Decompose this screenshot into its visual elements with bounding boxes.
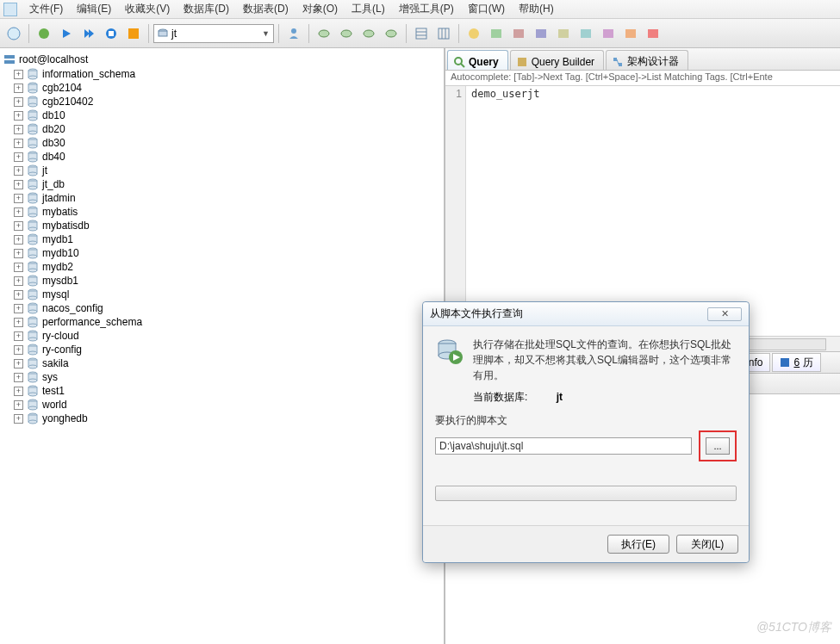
misc-icon-8[interactable] (620, 23, 641, 44)
expand-icon[interactable]: + (14, 304, 23, 313)
expand-icon[interactable]: + (14, 318, 23, 327)
menu-object[interactable]: 对象(O) (296, 0, 345, 18)
expand-icon[interactable]: + (14, 70, 23, 79)
tree-db-db20[interactable]: +db20 (2, 122, 442, 136)
tool-icon-2[interactable] (336, 23, 357, 44)
tool-icon-4[interactable] (381, 23, 401, 44)
expand-icon[interactable]: + (14, 290, 23, 300)
menu-edit[interactable]: 编辑(E) (70, 0, 118, 18)
tool-icon-3[interactable] (358, 23, 379, 44)
misc-icon-4[interactable] (531, 23, 551, 44)
expand-icon[interactable]: + (14, 111, 23, 121)
db-label: test1 (42, 385, 65, 397)
misc-icon-3[interactable] (508, 23, 529, 44)
tree-db-ry-config[interactable]: +ry-config (2, 343, 442, 356)
tree-db-db40[interactable]: +db40 (2, 150, 442, 164)
misc-icon-7[interactable] (598, 23, 619, 44)
menu-table[interactable]: 数据表(D) (236, 0, 296, 18)
misc-icon-2[interactable] (486, 23, 507, 44)
dialog-close-icon[interactable]: ✕ (707, 307, 742, 321)
menu-fav[interactable]: 收藏夹(V) (118, 0, 177, 18)
tree-db-test1[interactable]: +test1 (2, 384, 442, 398)
close-button[interactable]: 关闭(L) (676, 535, 738, 554)
expand-icon[interactable]: + (14, 84, 23, 93)
tree-db-mydb10[interactable]: +mydb10 (2, 246, 442, 260)
expand-icon[interactable]: + (14, 263, 23, 272)
execute-icon[interactable] (56, 23, 77, 44)
tool-icon-1[interactable] (314, 23, 334, 44)
expand-icon[interactable]: + (14, 249, 23, 258)
dialog-titlebar[interactable]: 从脚本文件执行查询 ✕ (423, 302, 749, 326)
tree-db-ry-cloud[interactable]: +ry-cloud (2, 329, 442, 343)
tree-db-mydb2[interactable]: +mydb2 (2, 260, 442, 274)
tree-db-db10[interactable]: +db10 (2, 108, 442, 122)
script-path-input[interactable] (435, 437, 692, 455)
tree-db-performance_schema[interactable]: +performance_schema (2, 315, 442, 329)
code-area[interactable]: demo_userjt (466, 86, 840, 336)
expand-icon[interactable]: + (14, 207, 23, 217)
tree-db-nacos_config[interactable]: +nacos_config (2, 301, 442, 315)
user-icon[interactable] (283, 23, 304, 44)
tree-db-jt_db[interactable]: +jt_db (2, 177, 442, 191)
database-tree[interactable]: root@localhost +information_schema+cgb21… (0, 48, 445, 644)
tree-db-mybatis[interactable]: +mybatis (2, 205, 442, 219)
tree-db-information_schema[interactable]: +information_schema (2, 67, 442, 81)
tree-db-sys[interactable]: +sys (2, 370, 442, 384)
tree-db-mysql[interactable]: +mysql (2, 288, 442, 301)
misc-icon-5[interactable] (553, 23, 574, 44)
menu-file[interactable]: 文件(F) (22, 0, 70, 18)
expand-icon[interactable]: + (14, 97, 23, 107)
tree-root[interactable]: root@localhost (2, 52, 442, 67)
expand-icon[interactable]: + (14, 194, 23, 203)
expand-icon[interactable]: + (14, 414, 23, 424)
execute-all-icon[interactable] (78, 23, 99, 44)
tree-db-mydb1[interactable]: +mydb1 (2, 232, 442, 246)
new-connection-icon[interactable] (3, 23, 24, 44)
menu-database[interactable]: 数据库(D) (177, 0, 236, 18)
menu-powertools[interactable]: 增强工具(P) (392, 0, 461, 18)
expand-icon[interactable]: + (14, 152, 23, 162)
expand-icon[interactable]: + (14, 180, 23, 189)
expand-icon[interactable]: + (14, 331, 23, 341)
misc-icon-6[interactable] (576, 23, 596, 44)
expand-icon[interactable]: + (14, 235, 23, 245)
menu-window[interactable]: 窗口(W) (461, 0, 512, 18)
misc-icon-9[interactable] (643, 23, 663, 44)
tree-db-mysdb1[interactable]: +mysdb1 (2, 274, 442, 288)
expand-icon[interactable]: + (14, 359, 23, 368)
menu-help[interactable]: 帮助(H) (512, 0, 561, 18)
expand-icon[interactable]: + (14, 387, 23, 396)
tree-db-jtadmin[interactable]: +jtadmin (2, 191, 442, 205)
expand-icon[interactable]: + (14, 139, 23, 148)
database-selector[interactable]: jt ▼ (153, 24, 274, 43)
tree-db-yonghedb[interactable]: +yonghedb (2, 412, 442, 425)
tree-db-db30[interactable]: +db30 (2, 136, 442, 150)
expand-icon[interactable]: + (14, 400, 23, 410)
expand-icon[interactable]: + (14, 345, 23, 355)
grid-icon-2[interactable] (433, 23, 454, 44)
tree-db-cgb210402[interactable]: +cgb210402 (2, 95, 442, 108)
browse-button[interactable]: ... (706, 437, 730, 455)
tab-query[interactable]: Query (447, 50, 508, 70)
stop-icon[interactable] (101, 23, 121, 44)
misc-icon-1[interactable] (464, 23, 484, 44)
tree-db-sakila[interactable]: +sakila (2, 356, 442, 370)
tab-builder[interactable]: Query Builder (510, 50, 604, 70)
expand-icon[interactable]: + (14, 125, 23, 134)
expand-icon[interactable]: + (14, 373, 23, 382)
format-icon[interactable] (123, 23, 144, 44)
expand-icon[interactable]: + (14, 276, 23, 286)
menu-tools[interactable]: 工具(L) (345, 0, 392, 18)
grid-icon-1[interactable] (411, 23, 432, 44)
tree-db-world[interactable]: +world (2, 398, 442, 412)
result-tab-历[interactable]: 6 历 (772, 353, 821, 372)
sql-editor[interactable]: 1 demo_userjt (445, 86, 840, 336)
expand-icon[interactable]: + (14, 221, 23, 231)
tree-db-jt[interactable]: +jt (2, 164, 442, 177)
refresh-icon[interactable] (34, 23, 54, 44)
tree-db-mybatisdb[interactable]: +mybatisdb (2, 219, 442, 232)
tab-designer[interactable]: 架构设计器 (606, 50, 688, 70)
execute-button[interactable]: 执行(E) (607, 535, 669, 554)
expand-icon[interactable]: + (14, 166, 23, 176)
tree-db-cgb2104[interactable]: +cgb2104 (2, 81, 442, 95)
